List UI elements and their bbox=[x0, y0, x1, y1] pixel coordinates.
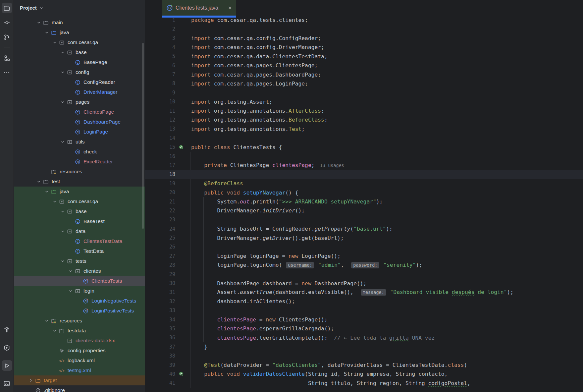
more-icon bbox=[3, 69, 10, 76]
code-token: ">>> bbox=[279, 198, 295, 205]
tree-item-pages[interactable]: pages bbox=[14, 97, 145, 107]
chevron-down-icon[interactable] bbox=[67, 268, 74, 274]
line-number: 8 bbox=[145, 81, 175, 86]
project-panel-header[interactable]: Project bbox=[14, 0, 145, 18]
tree-item-com-cesar-qa[interactable]: com.cesar.qa bbox=[14, 37, 145, 47]
code-token: getProperty bbox=[314, 226, 350, 232]
tree-item-drivermanager[interactable]: CDriverManager bbox=[14, 87, 145, 97]
tree-item-target[interactable]: target bbox=[14, 375, 145, 385]
code-token: ); bbox=[376, 198, 383, 205]
chevron-down-icon[interactable] bbox=[35, 20, 42, 25]
tree-item-loginpage[interactable]: CLoginPage bbox=[14, 127, 145, 137]
chevron-down-icon[interactable] bbox=[51, 199, 58, 204]
chevron-down-icon[interactable] bbox=[59, 139, 66, 144]
editor-tab-clientestests[interactable]: C ClientesTests.java ✕ bbox=[162, 0, 236, 16]
tree-item-testdata[interactable]: CTestData bbox=[14, 246, 145, 256]
tree-item-dashboardpage[interactable]: CDashboardPage bbox=[14, 117, 145, 127]
tree-item-base[interactable]: base bbox=[14, 206, 145, 216]
tree-item-configreader[interactable]: CConfigReader bbox=[14, 77, 145, 87]
tree-item-basepage[interactable]: CBasePage bbox=[14, 57, 145, 67]
chevron-down-icon[interactable] bbox=[67, 288, 74, 294]
tree-item-resources[interactable]: resources bbox=[14, 316, 145, 326]
code-token: () { bbox=[285, 190, 298, 196]
activitybar-more-button[interactable] bbox=[2, 67, 12, 78]
code-line: 32 dashboard.irAClientes(); bbox=[145, 297, 583, 306]
activitybar-run-button[interactable] bbox=[2, 360, 12, 371]
code-editor[interactable]: 1package com.cesar.qa.tests.clientes;23i… bbox=[145, 16, 583, 388]
chevron-down-icon[interactable] bbox=[59, 50, 66, 55]
class-icon: C bbox=[74, 80, 81, 85]
chevron-down-icon[interactable] bbox=[59, 229, 66, 234]
chevron-down-icon[interactable] bbox=[43, 189, 50, 194]
chevron-down-icon[interactable] bbox=[35, 179, 42, 184]
code-token: setupYNavegar bbox=[243, 190, 285, 196]
activitybar-services-button[interactable] bbox=[2, 342, 12, 353]
tree-item-utils[interactable]: utils bbox=[14, 137, 145, 147]
activitybar-project-button[interactable] bbox=[2, 3, 12, 13]
tree-scrollbar[interactable] bbox=[142, 43, 144, 229]
code-line-text: String titulo, String region, String cod… bbox=[191, 380, 583, 386]
tree-item-data[interactable]: data bbox=[14, 226, 145, 236]
code-token: clientesPage bbox=[217, 325, 256, 332]
tree-item-resources[interactable]: resources bbox=[14, 167, 145, 177]
activity-bar-bottom bbox=[2, 317, 12, 392]
activitybar-build-button[interactable] bbox=[2, 324, 12, 335]
code-token: DriverManager. bbox=[191, 207, 263, 214]
tree-item-logback-xml[interactable]: </>logback.xml bbox=[14, 356, 145, 365]
tree-item-config-properties[interactable]: config.properties bbox=[14, 346, 145, 356]
run-test-icon[interactable] bbox=[175, 371, 191, 376]
tree-item-clientespage[interactable]: CClientesPage bbox=[14, 107, 145, 117]
svg-text:C: C bbox=[77, 150, 79, 153]
chevron-down-icon[interactable] bbox=[59, 99, 66, 105]
run-test-icon[interactable] bbox=[175, 145, 191, 150]
tree-item-loginpositivetests[interactable]: CLoginPositiveTests bbox=[14, 306, 145, 316]
chevron-down-icon[interactable] bbox=[51, 40, 58, 45]
tree-item-label: target bbox=[44, 377, 57, 383]
chevron-down-icon[interactable] bbox=[59, 70, 66, 75]
chevron-down-icon[interactable] bbox=[51, 328, 58, 333]
code-token: dashboard.irAClientes(); bbox=[191, 298, 295, 305]
tree-item-testng-xml[interactable]: </>testng.xml bbox=[14, 365, 145, 375]
tree-item-testdata[interactable]: testdata bbox=[14, 326, 145, 336]
code-token: ; bbox=[311, 162, 315, 168]
tree-item-excelreader[interactable]: CExcelReader bbox=[14, 157, 145, 167]
tree-item-tests[interactable]: tests bbox=[14, 256, 145, 266]
editor-pane[interactable]: C ClientesTests.java ✕ 1package com.cesa… bbox=[145, 0, 583, 392]
tree-item-com-cesar-qa[interactable]: com.cesar.qa bbox=[14, 196, 145, 206]
code-line: 22 DriverManager.initDriver(); bbox=[145, 206, 583, 215]
tree-item-login[interactable]: login bbox=[14, 286, 145, 296]
tree-item-clientes[interactable]: clientes bbox=[14, 266, 145, 276]
tree-item-java[interactable]: java bbox=[14, 28, 145, 37]
tree-item-java[interactable]: java bbox=[14, 187, 145, 196]
tree-item-clientes-data-xlsx[interactable]: ?clientes-data.xlsx bbox=[14, 336, 145, 346]
class-icon: C bbox=[74, 119, 81, 125]
chevron-down-icon[interactable] bbox=[43, 318, 50, 323]
tree-item-loginnegativetests[interactable]: CLoginNegativeTests bbox=[14, 296, 145, 306]
code-line-text: public class ClientesTests { bbox=[191, 144, 583, 150]
activitybar-commit-button[interactable] bbox=[2, 17, 12, 28]
activitybar-version-control-button[interactable] bbox=[2, 32, 12, 42]
code-token: ClientesTests { bbox=[230, 144, 282, 150]
code-line: 21 System.out.println(">>> ARRANCANDO se… bbox=[145, 197, 583, 206]
tree-item-gitignore[interactable]: .gitignore bbox=[14, 385, 145, 392]
tree-item-config[interactable]: config bbox=[14, 67, 145, 77]
chevron-down-icon[interactable] bbox=[59, 209, 66, 214]
tree-item-main[interactable]: main bbox=[14, 18, 145, 28]
code-token: "admin" bbox=[315, 262, 341, 268]
tree-item-test[interactable]: test bbox=[14, 177, 145, 187]
chevron-down-icon[interactable] bbox=[43, 30, 50, 35]
code-token: ClientesPage bbox=[227, 162, 272, 168]
chevron-down-icon[interactable] bbox=[59, 258, 66, 264]
line-number: 39 bbox=[145, 362, 175, 368]
tree-item-base[interactable]: base bbox=[14, 47, 145, 57]
tree-item-basetest[interactable]: CBaseTest bbox=[14, 216, 145, 226]
tree-item-clientestestdata[interactable]: CClientesTestData bbox=[14, 236, 145, 246]
close-icon[interactable]: ✕ bbox=[228, 5, 232, 11]
tree-item-check[interactable]: Ccheck bbox=[14, 147, 145, 157]
class-icon: C bbox=[74, 129, 81, 135]
activitybar-structure-button[interactable] bbox=[2, 53, 12, 63]
tree-item-clientestests[interactable]: CClientesTests bbox=[14, 276, 145, 286]
chevron-right-icon[interactable] bbox=[27, 378, 34, 383]
activitybar-terminal-button[interactable] bbox=[2, 378, 12, 389]
line-number: 22 bbox=[145, 208, 175, 214]
